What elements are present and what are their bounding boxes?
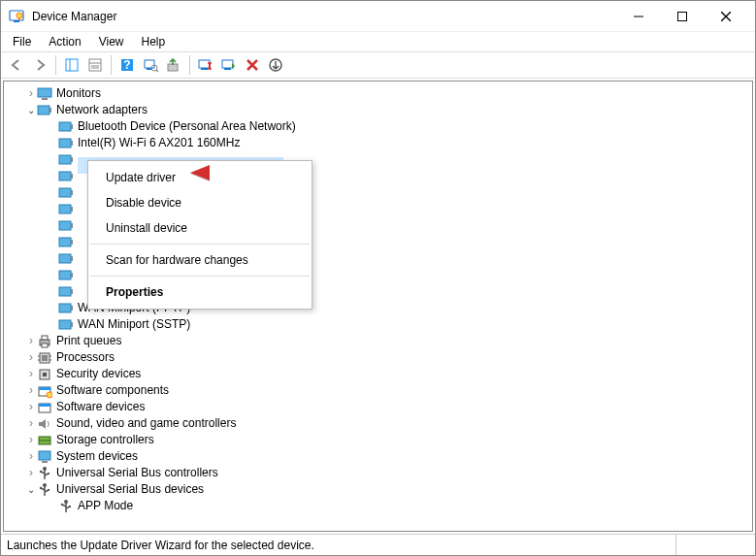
svg-rect-46 bbox=[59, 254, 71, 263]
tree-node-software-components[interactable]: Software components bbox=[4, 382, 752, 399]
tree-node-storage[interactable]: Storage controllers bbox=[4, 432, 752, 448]
tree-node-processors[interactable]: Processors bbox=[4, 349, 752, 366]
expand-icon[interactable] bbox=[25, 415, 37, 432]
svg-point-82 bbox=[40, 486, 42, 488]
svg-rect-75 bbox=[42, 461, 48, 463]
disable-device-button[interactable] bbox=[194, 53, 217, 77]
tree-item-wan-sstp[interactable]: WAN Miniport (SSTP) bbox=[4, 316, 752, 333]
tree-item-wifi[interactable]: Intel(R) Wi-Fi 6 AX201 160MHz bbox=[4, 135, 752, 151]
svg-rect-10 bbox=[89, 59, 101, 71]
svg-rect-55 bbox=[71, 322, 73, 327]
forward-button[interactable] bbox=[28, 53, 51, 77]
usb-icon bbox=[58, 499, 74, 514]
svg-rect-16 bbox=[145, 60, 154, 68]
expand-icon[interactable] bbox=[25, 349, 37, 366]
expand-icon[interactable] bbox=[25, 333, 37, 349]
toolbar-separator bbox=[189, 55, 190, 75]
expand-icon[interactable] bbox=[25, 366, 37, 382]
tree-label: Bluetooth Device (Personal Area Network) bbox=[78, 118, 302, 135]
expand-icon[interactable] bbox=[25, 465, 37, 481]
back-button[interactable] bbox=[5, 53, 28, 77]
tree-node-system-devices[interactable]: System devices bbox=[4, 448, 752, 465]
software-component-icon bbox=[37, 383, 52, 399]
svg-rect-66 bbox=[43, 373, 47, 376]
maximize-button[interactable] bbox=[660, 3, 704, 30]
tree-node-software-devices[interactable]: Software devices bbox=[4, 399, 752, 415]
svg-rect-57 bbox=[42, 336, 48, 340]
show-hide-tree-button[interactable] bbox=[60, 53, 83, 77]
network-adapter-icon bbox=[58, 251, 74, 267]
uninstall-device-button[interactable] bbox=[241, 53, 264, 77]
svg-rect-53 bbox=[71, 306, 73, 311]
tree-node-usb-devices[interactable]: Universal Serial Bus devices bbox=[4, 481, 752, 498]
svg-rect-37 bbox=[71, 174, 73, 179]
scan-hardware-button[interactable] bbox=[139, 53, 162, 77]
expand-icon[interactable] bbox=[25, 399, 37, 415]
ctx-scan-hardware[interactable]: Scan for hardware changes bbox=[88, 247, 312, 273]
chip-icon bbox=[37, 367, 52, 382]
network-adapter-icon bbox=[58, 136, 74, 151]
svg-rect-38 bbox=[59, 188, 71, 197]
menu-view[interactable]: View bbox=[91, 33, 132, 50]
toolbar-separator bbox=[55, 55, 56, 75]
storage-controller-icon bbox=[37, 433, 52, 448]
add-legacy-button[interactable] bbox=[264, 53, 287, 77]
collapse-icon[interactable] bbox=[25, 481, 37, 498]
tree-item-app-mode[interactable]: APP Mode bbox=[4, 498, 752, 514]
svg-rect-60 bbox=[42, 355, 48, 361]
close-button[interactable] bbox=[704, 3, 747, 30]
expand-icon[interactable] bbox=[25, 448, 37, 465]
minimize-button[interactable] bbox=[616, 3, 660, 30]
tree-node-monitors[interactable]: Monitors bbox=[4, 85, 752, 102]
statusbar-text: Launches the Update Driver Wizard for th… bbox=[7, 539, 675, 552]
menu-file[interactable]: File bbox=[5, 33, 39, 50]
network-adapter-icon bbox=[58, 185, 74, 201]
annotation-arrow-icon bbox=[188, 161, 285, 184]
svg-point-78 bbox=[40, 470, 42, 472]
svg-text:?: ? bbox=[123, 58, 130, 72]
ctx-properties[interactable]: Properties bbox=[88, 279, 312, 305]
help-button[interactable]: ? bbox=[115, 53, 139, 77]
svg-rect-34 bbox=[59, 155, 71, 164]
svg-rect-49 bbox=[71, 273, 73, 278]
tree-node-network-adapters[interactable]: Network adapters bbox=[4, 102, 752, 118]
svg-rect-26 bbox=[38, 88, 51, 97]
network-adapter-icon bbox=[58, 268, 74, 283]
svg-rect-23 bbox=[222, 60, 233, 68]
tree-label: Processors bbox=[56, 349, 120, 366]
app-icon bbox=[9, 9, 24, 24]
menu-action[interactable]: Action bbox=[41, 33, 88, 50]
svg-rect-28 bbox=[38, 106, 49, 114]
svg-rect-1 bbox=[14, 20, 19, 22]
ctx-uninstall-device[interactable]: Uninstall device bbox=[88, 215, 312, 241]
tree-node-security-devices[interactable]: Security devices bbox=[4, 366, 752, 382]
expand-icon[interactable] bbox=[25, 85, 37, 102]
tree-node-print-queues[interactable]: Print queues bbox=[4, 333, 752, 349]
device-tree[interactable]: Monitors Network adapters Bluetooth Devi… bbox=[3, 81, 753, 532]
expand-icon[interactable] bbox=[25, 382, 37, 399]
properties-button[interactable] bbox=[83, 53, 107, 77]
tree-label: Software components bbox=[56, 382, 175, 399]
tree-label: Security devices bbox=[56, 366, 147, 382]
svg-rect-87 bbox=[69, 506, 71, 507]
ctx-separator bbox=[90, 244, 310, 245]
toolbar: ? bbox=[1, 51, 755, 79]
svg-rect-30 bbox=[59, 122, 71, 131]
tree-label: Print queues bbox=[56, 333, 127, 349]
update-driver-button[interactable] bbox=[162, 53, 185, 77]
expand-icon[interactable] bbox=[25, 432, 37, 448]
tree-node-sound[interactable]: Sound, video and game controllers bbox=[4, 415, 752, 432]
tree-item-bluetooth[interactable]: Bluetooth Device (Personal Area Network) bbox=[4, 118, 752, 135]
network-adapter-icon bbox=[58, 169, 74, 184]
ctx-disable-device[interactable]: Disable device bbox=[88, 190, 312, 215]
toolbar-separator bbox=[111, 55, 112, 75]
tree-node-usb-controllers[interactable]: Universal Serial Bus controllers bbox=[4, 465, 752, 481]
enable-device-button[interactable] bbox=[217, 53, 241, 77]
svg-rect-36 bbox=[59, 172, 71, 180]
collapse-icon[interactable] bbox=[25, 102, 37, 118]
svg-rect-32 bbox=[59, 139, 71, 147]
svg-rect-20 bbox=[168, 64, 178, 71]
tree-label: Network adapters bbox=[56, 102, 153, 118]
network-adapter-icon bbox=[58, 317, 74, 333]
menu-help[interactable]: Help bbox=[134, 33, 174, 50]
